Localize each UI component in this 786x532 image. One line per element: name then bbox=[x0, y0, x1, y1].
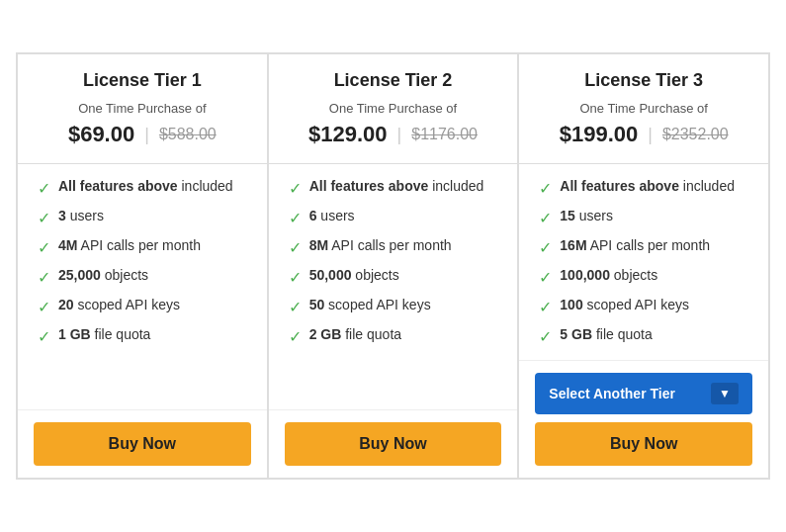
feature-item-1-1: ✓All features above included bbox=[38, 178, 247, 198]
tier-purchase-label-1: One Time Purchase of bbox=[34, 101, 251, 116]
feature-item-3-6: ✓5 GB file quota bbox=[539, 326, 748, 346]
feature-text-3-2: 15 users bbox=[560, 208, 613, 223]
feature-item-2-5: ✓50 scoped API keys bbox=[289, 297, 498, 316]
check-icon-2-2: ✓ bbox=[289, 209, 302, 227]
feature-text-2-1: All features above included bbox=[309, 178, 484, 194]
dropdown-arrow-icon-3: ▼ bbox=[711, 383, 739, 404]
feature-item-3-4: ✓100,000 objects bbox=[539, 267, 748, 287]
feature-item-1-5: ✓20 scoped API keys bbox=[38, 297, 247, 316]
feature-item-1-4: ✓25,000 objects bbox=[38, 267, 247, 287]
tier-pricing-row-1: $69.00|$588.00 bbox=[34, 122, 251, 147]
tier-features-3: ✓All features above included✓15 users✓16… bbox=[519, 164, 768, 360]
check-icon-2-4: ✓ bbox=[289, 268, 302, 287]
tier-footer-3: Select Another Tier▼Buy Now bbox=[519, 360, 768, 478]
feature-text-1-2: 3 users bbox=[58, 208, 104, 223]
tier-title-2: License Tier 2 bbox=[285, 70, 502, 91]
tier-original-price-1: $588.00 bbox=[159, 126, 217, 143]
tier-card-2: License Tier 2One Time Purchase of$129.0… bbox=[268, 53, 519, 479]
buy-now-button-3[interactable]: Buy Now bbox=[535, 422, 752, 466]
tier-header-3: License Tier 3One Time Purchase of$199.0… bbox=[519, 54, 768, 164]
feature-item-2-6: ✓2 GB file quota bbox=[289, 326, 498, 346]
feature-item-2-2: ✓6 users bbox=[289, 208, 498, 227]
check-icon-3-1: ✓ bbox=[539, 179, 552, 198]
feature-text-3-3: 16M API calls per month bbox=[560, 237, 710, 253]
check-icon-1-3: ✓ bbox=[38, 238, 50, 257]
tier-pricing-row-2: $129.00|$1176.00 bbox=[285, 122, 502, 147]
feature-text-2-3: 8M API calls per month bbox=[309, 237, 452, 253]
feature-text-2-2: 6 users bbox=[309, 208, 355, 223]
check-icon-3-5: ✓ bbox=[539, 298, 552, 316]
check-icon-2-1: ✓ bbox=[289, 179, 302, 198]
check-icon-3-6: ✓ bbox=[539, 327, 552, 346]
feature-item-2-3: ✓8M API calls per month bbox=[289, 237, 498, 257]
feature-text-3-4: 100,000 objects bbox=[560, 267, 657, 283]
tier-pricing-row-3: $199.00|$2352.00 bbox=[535, 122, 752, 147]
check-icon-1-5: ✓ bbox=[38, 298, 50, 316]
tier-header-1: License Tier 1One Time Purchase of$69.00… bbox=[18, 54, 267, 164]
buy-now-button-2[interactable]: Buy Now bbox=[285, 422, 502, 466]
feature-item-3-3: ✓16M API calls per month bbox=[539, 237, 748, 257]
tier-card-1: License Tier 1One Time Purchase of$69.00… bbox=[17, 53, 268, 479]
feature-item-1-3: ✓4M API calls per month bbox=[38, 237, 247, 257]
buy-now-button-1[interactable]: Buy Now bbox=[34, 422, 251, 466]
tier-features-1: ✓All features above included✓3 users✓4M … bbox=[18, 164, 267, 409]
pricing-grid: License Tier 1One Time Purchase of$69.00… bbox=[16, 52, 770, 480]
check-icon-2-3: ✓ bbox=[289, 238, 302, 257]
tier-price-1: $69.00 bbox=[68, 122, 134, 147]
check-icon-1-2: ✓ bbox=[38, 209, 50, 227]
feature-item-1-6: ✓1 GB file quota bbox=[38, 326, 247, 346]
feature-item-2-4: ✓50,000 objects bbox=[289, 267, 498, 287]
check-icon-3-2: ✓ bbox=[539, 209, 552, 227]
feature-text-3-5: 100 scoped API keys bbox=[560, 297, 689, 312]
check-icon-1-6: ✓ bbox=[38, 327, 50, 346]
feature-text-3-6: 5 GB file quota bbox=[560, 326, 652, 342]
feature-text-1-1: All features above included bbox=[58, 178, 233, 194]
select-tier-label-3: Select Another Tier bbox=[549, 386, 675, 401]
feature-text-1-6: 1 GB file quota bbox=[58, 326, 150, 342]
feature-text-1-5: 20 scoped API keys bbox=[58, 297, 180, 312]
tier-price-divider-1: | bbox=[144, 125, 149, 145]
feature-text-1-3: 4M API calls per month bbox=[58, 237, 201, 253]
feature-item-1-2: ✓3 users bbox=[38, 208, 247, 227]
select-tier-button-3[interactable]: Select Another Tier▼ bbox=[535, 373, 752, 414]
tier-price-2: $129.00 bbox=[308, 122, 388, 147]
check-icon-1-1: ✓ bbox=[38, 179, 50, 198]
feature-item-3-2: ✓15 users bbox=[539, 208, 748, 227]
check-icon-3-4: ✓ bbox=[539, 268, 552, 287]
tier-title-3: License Tier 3 bbox=[535, 70, 752, 91]
feature-item-3-5: ✓100 scoped API keys bbox=[539, 297, 748, 316]
tier-footer-2: Buy Now bbox=[269, 409, 518, 478]
check-icon-2-6: ✓ bbox=[289, 327, 302, 346]
feature-text-3-1: All features above included bbox=[560, 178, 735, 194]
tier-card-3: License Tier 3One Time Purchase of$199.0… bbox=[518, 53, 769, 479]
tier-features-2: ✓All features above included✓6 users✓8M … bbox=[269, 164, 518, 409]
tier-price-3: $199.00 bbox=[560, 122, 639, 147]
tier-footer-1: Buy Now bbox=[18, 409, 267, 478]
check-icon-2-5: ✓ bbox=[289, 298, 302, 316]
feature-text-2-5: 50 scoped API keys bbox=[309, 297, 431, 312]
tier-original-price-3: $2352.00 bbox=[662, 126, 729, 143]
check-icon-1-4: ✓ bbox=[38, 268, 50, 287]
feature-text-2-6: 2 GB file quota bbox=[309, 326, 401, 342]
feature-text-1-4: 25,000 objects bbox=[58, 267, 148, 283]
feature-item-2-1: ✓All features above included bbox=[289, 178, 498, 198]
tier-original-price-2: $1176.00 bbox=[411, 126, 478, 143]
feature-text-2-4: 50,000 objects bbox=[309, 267, 399, 283]
tier-price-divider-2: | bbox=[397, 125, 402, 145]
feature-item-3-1: ✓All features above included bbox=[539, 178, 748, 198]
tier-purchase-label-2: One Time Purchase of bbox=[285, 101, 502, 116]
tier-header-2: License Tier 2One Time Purchase of$129.0… bbox=[269, 54, 518, 164]
check-icon-3-3: ✓ bbox=[539, 238, 552, 257]
tier-purchase-label-3: One Time Purchase of bbox=[535, 101, 752, 116]
tier-title-1: License Tier 1 bbox=[34, 70, 251, 91]
tier-price-divider-3: | bbox=[648, 125, 653, 145]
